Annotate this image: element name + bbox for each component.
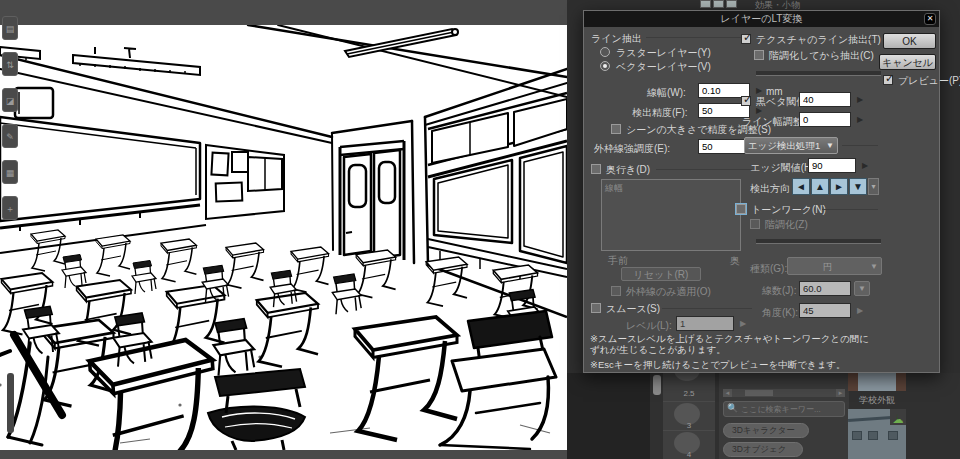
material-mini-tile <box>713 0 724 8</box>
tag-3d-object[interactable]: 3Dオブジェクト <box>723 442 803 457</box>
divider <box>646 37 746 38</box>
spinner-icon[interactable]: ▶ <box>862 161 868 170</box>
thumb-detail <box>888 431 898 440</box>
cancel-button[interactable]: キャンセル <box>879 54 936 70</box>
scroll-thumb[interactable] <box>745 390 773 396</box>
spinner-icon[interactable]: ▶ <box>857 115 863 124</box>
reset-button[interactable]: リセット(R) <box>621 267 701 281</box>
line-width-adjust-input[interactable] <box>799 112 851 127</box>
panel-scrollbar[interactable] <box>653 375 661 395</box>
brush-size-row[interactable]: 4 <box>663 431 715 459</box>
note-esc-key: ※Escキーを押し続けることでプレビューを中断できます。 <box>590 359 846 372</box>
level-label: レベル(L): <box>626 319 672 333</box>
spinner-icon[interactable]: ▶ <box>756 86 762 95</box>
app-root: 効果・小物 ▤ ⇅ ◪ ✎ ▦ ＋ 2.5 3 4 <box>0 0 960 459</box>
material-mini-tile <box>726 0 737 8</box>
scroll-left-icon[interactable]: ◄ <box>723 389 732 397</box>
divider <box>842 145 878 146</box>
line-count-dropdown[interactable]: ▼ <box>854 281 870 296</box>
line-count-label: 線数(J): <box>762 284 796 298</box>
brush-size-value: 2.5 <box>663 389 715 398</box>
materials-panel-top: 効果・小物 <box>567 0 960 10</box>
foreground-chair-right <box>440 311 556 449</box>
arrow-down-icon[interactable]: ▼ <box>849 178 867 195</box>
material-thumb-school-gate[interactable] <box>848 373 906 391</box>
scroll-right-icon[interactable]: ► <box>836 389 845 397</box>
material-search-box: 🔍 <box>723 401 845 417</box>
material-thumb-school-exterior[interactable]: ☁ ↓ <box>848 409 906 459</box>
near-label: 手前 <box>608 254 628 268</box>
brush-size-row[interactable]: 2.5 <box>663 373 715 402</box>
texture-slider[interactable] <box>756 71 881 76</box>
angle-label: 角度(K): <box>762 306 798 320</box>
search-input[interactable] <box>741 403 841 415</box>
accuracy-label: 検出精度(F): <box>632 106 688 120</box>
canvas-line-art <box>0 25 567 450</box>
dialog-title: レイヤーのLT変換 <box>584 11 939 27</box>
thumb-detail <box>868 431 878 440</box>
type-label: 種類(G): <box>750 262 787 276</box>
ok-button[interactable]: OK <box>883 33 936 49</box>
brush-preview <box>674 373 700 381</box>
strip-scrollbar[interactable] <box>7 373 14 433</box>
brush-size-row[interactable]: 3 <box>663 402 715 431</box>
spinner-icon: ▶ <box>740 319 746 328</box>
material-mini-tile <box>700 0 711 8</box>
horizontal-scrollbar[interactable]: ◄ ► <box>723 389 845 397</box>
note-smooth-level-2: ずれが生じることがあります。 <box>590 344 726 357</box>
chevron-down-icon: ▼ <box>826 141 834 150</box>
line-count-input[interactable] <box>799 281 851 296</box>
angle-input[interactable] <box>799 303 851 318</box>
palette-icon-2[interactable]: ⇅ <box>2 52 18 76</box>
outline-strength-label: 外枠線強調度(E): <box>594 142 670 156</box>
tone-slider[interactable] <box>756 239 881 244</box>
lt-conversion-dialog: レイヤーのLT変換 ✕ ライン抽出 ラスターレイヤー(Y) ベクターレイヤー(V… <box>583 10 940 373</box>
thumb-detail <box>852 431 862 440</box>
far-label: 奥 <box>730 254 740 268</box>
close-icon[interactable]: ✕ <box>924 13 936 25</box>
direction-label: 検出方向 <box>750 182 790 196</box>
material-search-panel: ◄ ► 🔍 3Dキャラクター 3Dオブジェクト <box>719 373 849 459</box>
material-folder-label: 効果・小物 <box>755 0 800 10</box>
depth-graph: 線幅 <box>601 179 741 251</box>
edge-process-dropdown[interactable]: エッジ検出処理1 ▼ <box>744 137 838 154</box>
arrow-left-icon[interactable]: ◄ <box>792 178 810 195</box>
palette-icon-3[interactable]: ◪ <box>2 88 18 112</box>
chevron-down-icon: ▼ <box>858 284 866 293</box>
divider <box>822 209 878 210</box>
arrow-right-icon[interactable]: ► <box>830 178 848 195</box>
divider <box>856 39 874 40</box>
palette-icon-5[interactable]: ▦ <box>2 160 18 184</box>
outline-strength-input[interactable] <box>698 139 750 154</box>
canvas-window <box>0 0 567 459</box>
edge-threshold-input[interactable] <box>808 158 856 173</box>
spinner-icon: ▶ <box>857 306 863 315</box>
tag-3d-character[interactable]: 3Dキャラクター <box>723 423 809 438</box>
palette-icon-4[interactable]: ✎ <box>2 124 18 148</box>
chevron-down-icon[interactable]: ▾ <box>868 178 879 195</box>
group-line-extract-label: ライン抽出 <box>591 32 642 46</box>
palette-icon-1[interactable]: ▤ <box>2 16 18 40</box>
line-width-label: 線幅(W): <box>647 86 686 100</box>
spinner-icon[interactable]: ▶ <box>857 95 863 104</box>
palette-icon-6[interactable]: ＋ <box>2 196 18 220</box>
material-label: 学校外観 <box>846 394 908 407</box>
brush-size-value: 3 <box>663 421 715 430</box>
canvas-surface[interactable] <box>0 25 567 450</box>
background-panels: 2.5 3 4 ◄ ► 🔍 3Dキャラクター 3Dオブジェクト <box>567 373 960 459</box>
brush-size-value: 4 <box>663 450 715 459</box>
chevron-down-icon: ▼ <box>870 262 878 271</box>
brush-size-panel: 2.5 3 4 <box>663 373 715 459</box>
bulletin-board <box>206 145 284 219</box>
material-thumbnails: 学校外観 ☁ ↓ <box>846 373 912 459</box>
classroom-doors <box>340 141 404 260</box>
blackboard <box>0 88 206 253</box>
divider <box>656 169 752 170</box>
level-input[interactable] <box>676 316 734 331</box>
arrow-up-icon[interactable]: ▲ <box>811 178 829 195</box>
black-threshold-input[interactable] <box>799 92 851 107</box>
divider <box>662 308 752 309</box>
tone-type-dropdown[interactable]: 円 ▼ <box>787 257 882 275</box>
search-icon: 🔍 <box>727 403 738 413</box>
foreground-chair-center <box>208 369 305 450</box>
